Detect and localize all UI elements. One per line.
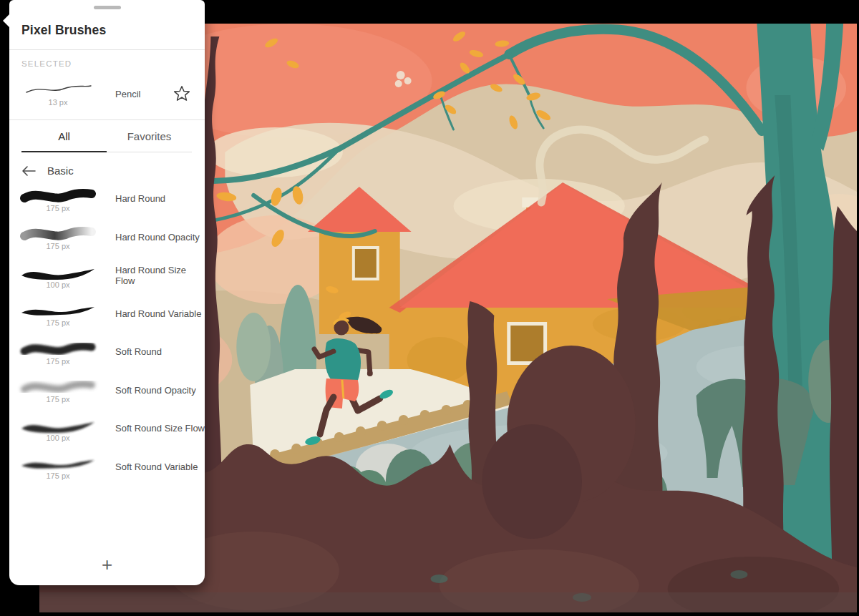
brush-stroke-thumbnail: [19, 338, 97, 358]
brush-stroke-thumbnail: [19, 262, 97, 282]
app-stage: Pixel Brushes SELECTED 13 px Pencil: [0, 0, 859, 616]
brush-row-hard-round-variable[interactable]: 175 px Hard Round Variable: [9, 295, 205, 333]
pixel-brushes-panel: Pixel Brushes SELECTED 13 px Pencil: [9, 0, 205, 585]
divider: [9, 49, 205, 50]
group-label: Basic: [47, 165, 74, 177]
brush-stroke-thumbnail: [19, 300, 97, 320]
selected-heading: SELECTED: [21, 59, 205, 68]
brush-row-soft-round-variable[interactable]: 175 px Soft Round Variable: [9, 448, 205, 487]
brush-stroke-thumbnail: [19, 185, 97, 205]
favorite-star-button[interactable]: [172, 84, 192, 104]
selected-brush-row[interactable]: 13 px Pencil: [9, 68, 205, 119]
tab-favorites[interactable]: Favorites: [107, 120, 192, 152]
brush-stroke-thumbnail: [19, 376, 97, 396]
plus-icon: +: [102, 554, 112, 575]
brush-list: 175 px Hard Round 175 px Hard Round Opac…: [9, 180, 205, 486]
selected-brush-name: Pencil: [115, 89, 172, 99]
brush-tabs: All Favorites: [21, 120, 192, 152]
brush-stroke-thumbnail: [19, 223, 97, 243]
selected-brush-size: 13 px: [19, 98, 97, 107]
brush-stroke-thumbnail: [19, 415, 97, 435]
brush-row-soft-round-opacity[interactable]: 175 px Soft Round Opacity: [9, 371, 205, 410]
pencil-stroke-thumbnail: [22, 82, 94, 97]
brush-stroke-thumbnail: [19, 453, 97, 473]
brush-row-hard-round[interactable]: 175 px Hard Round: [9, 180, 205, 218]
selected-brush-section: SELECTED 13 px Pencil: [9, 59, 205, 119]
brush-row-soft-round[interactable]: 175 px Soft Round: [9, 333, 205, 371]
star-icon: [172, 84, 192, 104]
drag-handle[interactable]: [94, 6, 121, 9]
brush-row-hard-round-opacity[interactable]: 175 px Hard Round Opacity: [9, 218, 205, 257]
add-brush-button[interactable]: +: [93, 552, 121, 577]
tab-all[interactable]: All: [21, 120, 107, 152]
arrow-left-icon: [21, 165, 36, 177]
group-back-row[interactable]: Basic: [21, 165, 205, 177]
panel-notch-arrow: [3, 14, 10, 28]
brush-row-hard-round-size-flow[interactable]: 100 px Hard Round Size Flow: [9, 256, 205, 295]
brush-row-soft-round-size-flow[interactable]: 100 px Soft Round Size Flow: [9, 409, 205, 448]
